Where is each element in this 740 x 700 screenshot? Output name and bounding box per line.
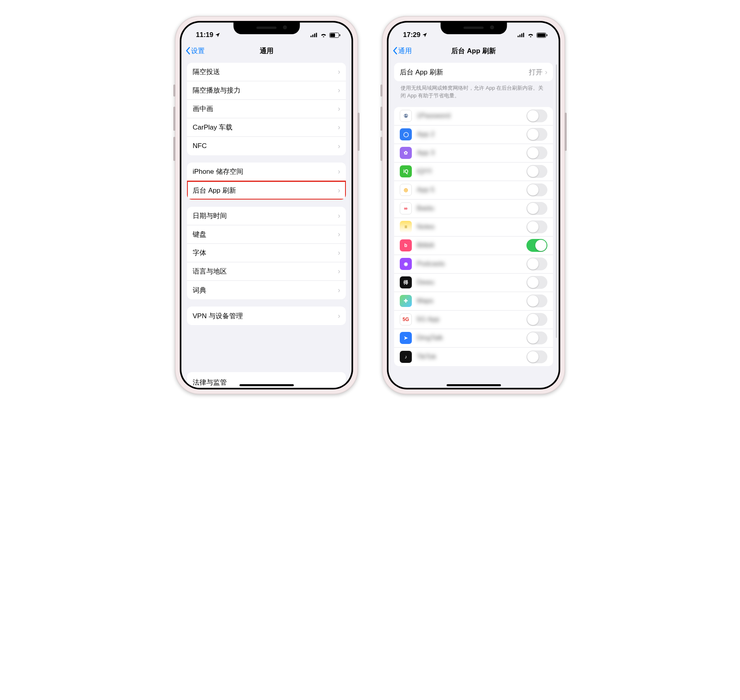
battery-icon	[329, 33, 340, 38]
app-toggle[interactable]	[526, 239, 547, 252]
phone-mockup-left: 11:19 设置 通用 隔空投送›隔空播放与接力›画中画›CarPlay 车载›…	[175, 16, 358, 394]
side-button	[173, 107, 175, 131]
app-icon: 得	[400, 276, 412, 288]
section-footer: 使用无线局域网或蜂窝网络时，允许 App 在后台刷新内容。关闭 App 有助于节…	[394, 81, 553, 100]
app-name-label: App 3	[417, 149, 526, 157]
row-label: 键盘	[193, 230, 338, 239]
app-toggle[interactable]	[526, 350, 547, 363]
home-indicator[interactable]	[239, 384, 294, 386]
app-icon: ◯	[400, 128, 412, 140]
app-icon: ♪	[400, 351, 412, 363]
app-toggle[interactable]	[526, 294, 547, 307]
row-label: 后台 App 刷新	[400, 68, 529, 77]
app-row: ♪TikTok	[394, 348, 553, 366]
settings-row[interactable]: CarPlay 车载›	[187, 118, 346, 137]
chevron-right-icon: ›	[338, 230, 340, 239]
app-toggle[interactable]	[526, 257, 547, 270]
side-button	[380, 107, 382, 131]
chevron-right-icon: ›	[338, 105, 340, 113]
app-toggle[interactable]	[526, 313, 547, 326]
app-toggle[interactable]	[526, 276, 547, 289]
svg-rect-10	[523, 33, 524, 37]
app-icon: ∞	[400, 202, 412, 214]
app-toggle[interactable]	[526, 202, 547, 215]
svg-rect-13	[547, 34, 547, 36]
chevron-right-icon: ›	[338, 123, 340, 132]
svg-rect-12	[537, 33, 545, 37]
settings-row[interactable]: 键盘›	[187, 225, 346, 244]
settings-group: iPhone 储存空间›后台 App 刷新›	[187, 163, 346, 200]
app-row: 得Dewu	[394, 274, 553, 292]
app-toggle[interactable]	[526, 331, 547, 344]
svg-rect-5	[330, 33, 335, 37]
app-toggle[interactable]	[526, 165, 547, 178]
chevron-right-icon: ›	[338, 186, 340, 195]
app-row: 5G5G App	[394, 311, 553, 329]
svg-rect-0	[310, 36, 312, 37]
app-icon: iQ	[400, 165, 412, 177]
app-name-label: DingTalk	[417, 334, 526, 342]
status-time: 17:29	[403, 31, 420, 39]
settings-row[interactable]: 隔空播放与接力›	[187, 81, 346, 100]
app-toggle[interactable]	[526, 128, 547, 141]
settings-group: VPN 与设备管理›	[187, 307, 346, 325]
notch	[233, 21, 300, 34]
settings-row[interactable]: VPN 与设备管理›	[187, 307, 346, 325]
settings-row[interactable]: NFC›	[187, 137, 346, 155]
app-name-label: Dewu	[417, 278, 526, 286]
scrollbar[interactable]	[556, 64, 557, 338]
settings-row[interactable]: 语言与地区›	[187, 262, 346, 281]
app-name-label: TikTok	[417, 353, 526, 361]
settings-row[interactable]: 日期与时间›	[187, 207, 346, 225]
settings-row[interactable]: iPhone 储存空间›	[187, 163, 346, 181]
cellular-icon	[310, 33, 318, 37]
settings-row[interactable]: 词典›	[187, 281, 346, 299]
back-button[interactable]: 设置	[185, 46, 205, 56]
page-title: 后台 App 刷新	[451, 46, 496, 56]
settings-list[interactable]: 隔空投送›隔空播放与接力›画中画›CarPlay 车载›NFC›iPhone 储…	[181, 60, 352, 388]
side-button	[565, 113, 567, 151]
app-icon: ◎	[400, 184, 412, 196]
app-name-label: 5G App	[417, 315, 526, 323]
settings-group: 日期与时间›键盘›字体›语言与地区›词典›	[187, 207, 346, 299]
settings-row[interactable]: 后台 App 刷新›	[187, 181, 346, 200]
home-indicator[interactable]	[446, 384, 501, 386]
app-name-label: 1Password	[417, 112, 526, 120]
chevron-right-icon: ›	[338, 68, 340, 76]
row-label: VPN 与设备管理	[193, 311, 338, 321]
app-toggle[interactable]	[526, 146, 547, 159]
chevron-left-icon	[185, 47, 190, 55]
app-toggle[interactable]	[526, 183, 547, 196]
master-refresh-row[interactable]: 后台 App 刷新 打开 ›	[394, 63, 553, 81]
back-label: 通用	[398, 46, 412, 56]
app-name-label: Notes	[417, 223, 526, 231]
settings-row[interactable]: 字体›	[187, 244, 346, 262]
chevron-right-icon: ›	[338, 212, 340, 220]
row-label: 字体	[193, 248, 338, 257]
svg-rect-7	[518, 36, 519, 37]
app-row: ∞Baidu	[394, 200, 553, 218]
wifi-icon	[527, 33, 534, 37]
chevron-right-icon: ›	[338, 142, 340, 150]
app-row: ◎App 5	[394, 181, 553, 200]
side-button	[380, 137, 382, 161]
row-label: CarPlay 车载	[193, 123, 338, 132]
location-arrow-icon	[215, 32, 220, 38]
settings-group: 隔空投送›隔空播放与接力›画中画›CarPlay 车载›NFC›	[187, 63, 346, 155]
app-row: ➤DingTalk	[394, 329, 553, 348]
settings-row[interactable]: 隔空投送›	[187, 63, 346, 81]
app-row: ①1Password	[394, 107, 553, 126]
app-name-label: iQIYI	[417, 167, 526, 175]
app-row: ◯App 2	[394, 126, 553, 144]
app-name-label: App 2	[417, 130, 526, 138]
app-toggle[interactable]	[526, 220, 547, 233]
chevron-right-icon: ›	[338, 312, 340, 320]
app-name-label: Bilibili	[417, 241, 526, 249]
settings-row[interactable]: 画中画›	[187, 100, 346, 118]
app-name-label: App 5	[417, 186, 526, 194]
app-refresh-list[interactable]: 后台 App 刷新 打开 › 使用无线局域网或蜂窝网络时，允许 App 在后台刷…	[388, 60, 559, 388]
wifi-icon	[320, 33, 327, 37]
app-toggle[interactable]	[526, 109, 547, 122]
row-label: 法律与监管	[193, 379, 227, 386]
back-button[interactable]: 通用	[393, 46, 412, 56]
